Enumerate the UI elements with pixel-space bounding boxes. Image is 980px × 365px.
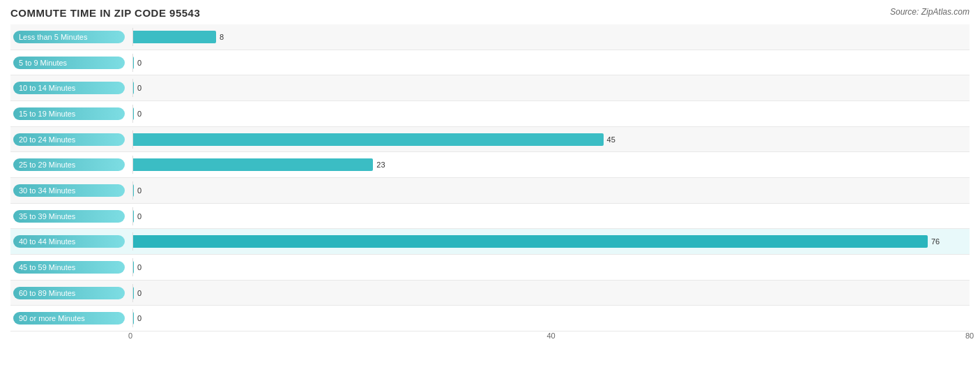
bar-row: Less than 5 Minutes8: [10, 24, 970, 50]
bar: [132, 261, 134, 274]
label-pill: 30 to 34 Minutes: [13, 184, 125, 197]
label-pill: 25 to 29 Minutes: [13, 158, 125, 171]
label-pill: 5 to 9 Minutes: [13, 57, 125, 69]
label-cell: 90 or more Minutes: [10, 311, 132, 326]
bar-value-label: 0: [137, 314, 141, 322]
label-cell: 25 to 29 Minutes: [10, 157, 132, 172]
label-pill: 15 to 19 Minutes: [13, 107, 125, 120]
bar-row: 15 to 19 Minutes0: [10, 101, 970, 127]
bar-value-label: 0: [137, 59, 141, 67]
main-container: COMMUTE TIME IN ZIP CODE 95543 Source: Z…: [0, 0, 980, 365]
bar-cell: 23: [132, 156, 970, 174]
x-axis-tick: 80: [965, 332, 974, 340]
bar-row: 25 to 29 Minutes23: [10, 152, 970, 178]
bar: [132, 235, 928, 248]
bar-row: 30 to 34 Minutes0: [10, 178, 970, 204]
header-row: COMMUTE TIME IN ZIP CODE 95543 Source: Z…: [10, 7, 970, 19]
bar-cell: 0: [132, 284, 970, 302]
bar: [132, 82, 134, 94]
source-text: Source: ZipAtlas.com: [890, 7, 970, 17]
bar: [132, 287, 134, 299]
bar-value-label: 0: [137, 263, 141, 271]
x-axis-tick: 0: [128, 332, 132, 340]
bar-value-label: 0: [137, 186, 141, 195]
bar: [132, 57, 134, 69]
bar-value-label: 0: [137, 84, 141, 92]
bar-cell: 8: [132, 28, 970, 46]
bar-cell: 0: [132, 79, 970, 97]
bar-row: 60 to 89 Minutes0: [10, 281, 970, 306]
bar-value-label: 45: [607, 135, 615, 144]
bar-cell: 0: [132, 181, 970, 200]
bar-cell: 0: [132, 309, 970, 327]
bars-section: Less than 5 Minutes85 to 9 Minutes010 to…: [10, 24, 970, 332]
bar: [132, 312, 134, 325]
bar-row: 35 to 39 Minutes0: [10, 204, 970, 230]
bar-cell: 0: [132, 105, 970, 123]
label-cell: 35 to 39 Minutes: [10, 209, 132, 224]
chart-area: Less than 5 Minutes85 to 9 Minutes010 to…: [10, 24, 970, 344]
label-cell: 30 to 34 Minutes: [10, 183, 132, 198]
bar-row: 20 to 24 Minutes45: [10, 127, 970, 153]
bar: [132, 107, 134, 120]
label-cell: 45 to 59 Minutes: [10, 260, 132, 275]
label-pill: 20 to 24 Minutes: [13, 133, 125, 146]
bar-value-label: 23: [376, 161, 385, 169]
bar-cell: 0: [132, 258, 970, 276]
label-cell: 40 to 44 Minutes: [10, 234, 132, 249]
bar: [132, 133, 604, 146]
bar-value-label: 76: [931, 237, 940, 246]
bar-cell: 45: [132, 131, 970, 149]
chart-title: COMMUTE TIME IN ZIP CODE 95543: [10, 7, 200, 19]
label-pill: Less than 5 Minutes: [13, 31, 125, 43]
label-cell: 10 to 14 Minutes: [10, 80, 132, 96]
x-axis-tick: 40: [547, 332, 556, 340]
bar-row: 40 to 44 Minutes76: [10, 229, 970, 255]
label-pill: 90 or more Minutes: [13, 312, 125, 325]
bar-row: 90 or more Minutes0: [10, 306, 970, 332]
label-pill: 10 to 14 Minutes: [13, 82, 125, 94]
bar-value-label: 8: [220, 33, 224, 41]
bar-cell: 0: [132, 54, 970, 72]
label-cell: 5 to 9 Minutes: [10, 55, 132, 70]
label-cell: 20 to 24 Minutes: [10, 132, 132, 147]
bar-cell: 0: [132, 207, 970, 225]
label-pill: 45 to 59 Minutes: [13, 261, 125, 274]
label-cell: Less than 5 Minutes: [10, 29, 132, 45]
bar: [132, 158, 373, 171]
bar-value-label: 0: [137, 289, 141, 297]
x-axis-container: 04080: [132, 332, 970, 344]
bar: [132, 31, 216, 43]
bar-value-label: 0: [137, 212, 141, 221]
bar-row: 10 to 14 Minutes0: [10, 75, 970, 101]
bar: [132, 210, 134, 223]
label-pill: 35 to 39 Minutes: [13, 210, 125, 223]
label-pill: 40 to 44 Minutes: [13, 235, 125, 248]
bar: [132, 184, 134, 197]
bar-row: 5 to 9 Minutes0: [10, 50, 970, 76]
bar-row: 45 to 59 Minutes0: [10, 255, 970, 281]
label-pill: 60 to 89 Minutes: [13, 287, 125, 299]
label-cell: 15 to 19 Minutes: [10, 106, 132, 121]
label-cell: 60 to 89 Minutes: [10, 285, 132, 301]
bar-value-label: 0: [137, 110, 141, 118]
bar-cell: 76: [132, 232, 970, 251]
